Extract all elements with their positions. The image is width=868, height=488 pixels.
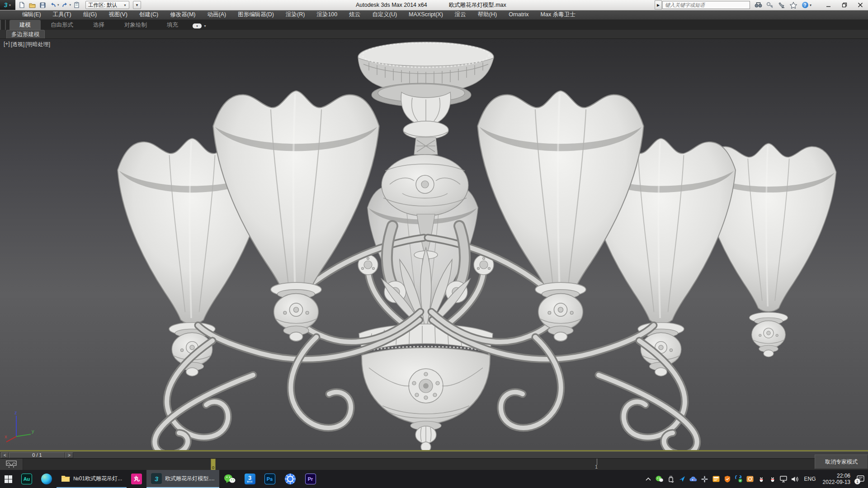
usb-device-icon[interactable] [666, 473, 676, 485]
open-folder-icon [29, 2, 36, 8]
redo-button[interactable] [61, 1, 70, 9]
edge-icon [41, 474, 52, 484]
menu-group[interactable]: 组(G) [77, 10, 103, 19]
ribbon-tab-freeform[interactable]: 自由形式 [41, 20, 83, 30]
ribbon-panel-polygon-modeling[interactable]: 多边形建模 [6, 30, 45, 38]
menu-modifiers[interactable]: 修改器(M) [164, 10, 201, 19]
open-file-button[interactable] [28, 1, 37, 9]
camera-app-icon[interactable] [745, 473, 755, 485]
viewport-3d-canvas[interactable]: [+] [透视] [明暗处理] [0, 39, 868, 451]
infocenter-collapse-button[interactable]: ▶ [655, 0, 662, 9]
minimize-button[interactable] [821, 0, 836, 10]
help-icon: ? [802, 2, 808, 8]
ribbon-minimize-button[interactable]: ▼ ▼ [193, 23, 207, 28]
cancel-expert-mode-button[interactable]: 取消专家模式 [815, 455, 868, 469]
volume-icon[interactable] [790, 473, 800, 485]
taskbar-clock[interactable]: 22:06 2022-09-13 [820, 473, 853, 485]
menu-help[interactable]: 帮助(H) [472, 10, 503, 19]
qq-icon-2[interactable] [768, 473, 778, 485]
project-folder-button[interactable] [72, 1, 81, 9]
taskbar-item-audition[interactable]: Au [17, 470, 37, 488]
toolbar-overflow-button[interactable]: ▼ [133, 1, 141, 9]
folder-icon [61, 475, 70, 482]
menu-customize[interactable]: 自定义(U) [366, 10, 403, 19]
audition-icon: Au [21, 474, 32, 484]
menu-xuanyun[interactable]: 炫云 [343, 10, 366, 19]
taskbar-item-photoshop[interactable]: Ps [260, 470, 280, 488]
cloud-drive-icon[interactable] [689, 473, 698, 485]
3dsmax-logo-button[interactable]: 3 ▼ [0, 0, 15, 10]
ribbon-minimize-icon: ▼ [193, 23, 202, 28]
ribbon-tab-object-paint[interactable]: 对象绘制 [114, 20, 157, 30]
taskbar-item-wan-app[interactable]: 丸 [127, 470, 146, 488]
menu-renderyun[interactable]: 渲云 [449, 10, 472, 19]
close-icon [858, 2, 863, 8]
menu-tools[interactable]: 工具(T) [47, 10, 77, 19]
new-file-button[interactable] [17, 1, 26, 9]
menu-graph-editors[interactable]: 图形编辑器(D) [232, 10, 280, 19]
taskbar-item-3dsmax-new[interactable]: 3 MAX [240, 470, 260, 488]
pinwheel-icon[interactable] [700, 473, 710, 485]
app-title: Autodesk 3ds Max 2014 x64 [356, 2, 427, 8]
ribbon-tab-selection[interactable]: 选择 [83, 20, 114, 30]
taskbar-item-aperture-app[interactable] [280, 470, 301, 488]
menu-rendering[interactable]: 渲染(R) [280, 10, 311, 19]
qq-icon[interactable] [756, 473, 766, 485]
taskbar-item-3dsmax-active[interactable]: 3 欧式雕花吊灯模型.... [146, 470, 219, 488]
network-icon[interactable] [779, 473, 789, 485]
menu-render100[interactable]: 渲染100 [311, 10, 343, 19]
open-mini-curve-editor-button[interactable] [0, 459, 23, 470]
taskbar-item-premiere[interactable]: Pr [301, 470, 321, 488]
close-button[interactable] [852, 0, 868, 10]
menu-views[interactable]: 视图(V) [103, 10, 133, 19]
menu-ornatrix[interactable]: Ornatrix [503, 10, 534, 19]
track-bar[interactable]: 0 1 [0, 458, 868, 470]
frame-display-handle[interactable]: 0 / 1 [9, 452, 65, 458]
menu-maxscript[interactable]: MAXScript(X) [403, 10, 449, 19]
menu-create[interactable]: 创建(C) [133, 10, 164, 19]
viewport-shading-menu[interactable]: [明暗处理] [25, 41, 50, 48]
subscription-button[interactable] [764, 1, 775, 9]
save-button[interactable] [38, 1, 47, 9]
ribbon-tab-modeling[interactable]: 建模 [9, 20, 41, 30]
workspace-selector[interactable]: 工作区: 默认 ▼ [85, 1, 129, 9]
star-icon [790, 2, 797, 9]
favorites-button[interactable] [788, 1, 799, 9]
restore-button[interactable] [836, 0, 852, 10]
sync-icon[interactable] [734, 473, 744, 485]
3dsmax-badge-icon: 3 MAX [245, 474, 255, 484]
time-slider: < 0 / 1 > [0, 451, 868, 458]
viewport-maximize-menu[interactable]: [+] [4, 41, 10, 48]
window-app-icon[interactable] [711, 473, 721, 485]
taskbar-item-edge[interactable] [37, 470, 57, 488]
next-frame-button[interactable]: > [65, 452, 73, 458]
menu-bar: 编辑(E) 工具(T) 组(G) 视图(V) 创建(C) 修改器(M) 动画(A… [0, 10, 868, 20]
undo-icon [50, 2, 57, 8]
undo-button[interactable] [48, 1, 57, 9]
taskbar-item-folder[interactable]: №01欧式雕花吊灯... [57, 470, 127, 488]
current-frame-marker[interactable]: 0 [211, 459, 216, 470]
undo-dropdown[interactable]: ▾ [57, 3, 59, 7]
tray-overflow-button[interactable] [643, 473, 653, 485]
menu-edit[interactable]: 编辑(E) [16, 10, 47, 19]
taskbar-item-wechat[interactable] [219, 470, 240, 488]
redo-dropdown[interactable]: ▾ [70, 3, 71, 7]
wechat-tray-icon[interactable] [655, 473, 665, 485]
windows-start-icon [5, 475, 12, 483]
start-button[interactable] [0, 470, 17, 488]
previous-frame-button[interactable]: < [1, 452, 9, 458]
shield-icon[interactable] [722, 473, 732, 485]
ribbon-tab-bar: 建模 自由形式 选择 对象绘制 填充 ▼ ▼ [0, 20, 868, 30]
language-indicator[interactable]: ENG [802, 476, 819, 482]
search-button[interactable] [753, 1, 764, 9]
menu-antivirus[interactable]: Max 杀毒卫士 [535, 10, 581, 19]
notification-center-button[interactable]: 1 [854, 473, 866, 485]
ribbon-tab-populate[interactable]: 填充 [157, 20, 188, 30]
search-input[interactable] [662, 1, 750, 9]
help-button[interactable]: ? ▼ [800, 2, 814, 8]
menu-animation[interactable]: 动画(A) [201, 10, 232, 19]
blue-arrow-icon[interactable] [677, 473, 687, 485]
communication-center-button[interactable] [776, 1, 787, 9]
viewport-view-menu[interactable]: [透视] [11, 41, 25, 48]
max-task-label: 欧式雕花吊灯模型.... [165, 475, 214, 483]
